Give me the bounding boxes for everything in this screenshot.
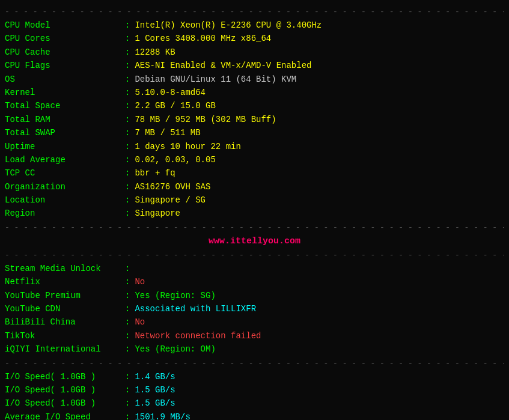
load-average-value: 0.02, 0.03, 0.05 bbox=[135, 153, 215, 166]
cpu-model-value: Intel(R) Xeon(R) E-2236 CPU @ 3.40GHz bbox=[135, 19, 322, 32]
youtube-cdn-value: Associated with LILLIXFR bbox=[135, 302, 256, 315]
cpu-cache-colon: : bbox=[125, 46, 130, 59]
bilibili-label: BiliBili China bbox=[5, 315, 125, 329]
mid-divider-2: - - - - - - - - - - - - - - - - - - - - … bbox=[5, 251, 504, 260]
io-divider-top: - - - - - - - - - - - - - - - - - - - - … bbox=[5, 359, 504, 368]
region-colon: : bbox=[125, 207, 130, 220]
organization-row: Organization : AS16276 OVH SAS bbox=[5, 180, 504, 193]
iqiyi-row: iQIYI International : Yes (Region: OM) bbox=[5, 342, 504, 356]
kernel-colon: : bbox=[125, 86, 130, 99]
bilibili-row: BiliBili China : No bbox=[5, 315, 504, 329]
organization-label: Organization bbox=[5, 180, 125, 193]
bilibili-value: No bbox=[135, 315, 145, 329]
kernel-row: Kernel : 5.10.0-8-amd64 bbox=[5, 86, 504, 99]
cpu-flags-value: AES-NI Enabled & VM-x/AMD-V Enabled bbox=[135, 59, 311, 72]
avg-io-speed-colon: : bbox=[125, 410, 130, 420]
total-swap-row: Total SWAP : 7 MB / 511 MB bbox=[5, 126, 504, 139]
total-space-value: 2.2 GB / 15.0 GB bbox=[135, 99, 215, 112]
location-value: Singapore / SG bbox=[135, 193, 206, 207]
total-space-row: Total Space : 2.2 GB / 15.0 GB bbox=[5, 99, 504, 112]
cpu-flags-label: CPU Flags bbox=[5, 59, 125, 72]
tcp-cc-colon: : bbox=[125, 166, 130, 180]
avg-io-speed-label: Average I/O Speed bbox=[5, 410, 125, 420]
io-speed-3-colon: : bbox=[125, 397, 130, 410]
cpu-cache-row: CPU Cache : 12288 KB bbox=[5, 46, 504, 59]
location-colon: : bbox=[125, 193, 130, 207]
cpu-flags-colon: : bbox=[125, 59, 130, 72]
io-speed-2-value: 1.5 GB/s bbox=[135, 383, 175, 397]
cpu-cores-value: 1 Cores 3408.000 MHz x86_64 bbox=[135, 32, 271, 45]
cpu-model-label: CPU Model bbox=[5, 19, 125, 32]
total-ram-colon: : bbox=[125, 113, 130, 126]
io-speed-1-colon: : bbox=[125, 370, 130, 383]
avg-io-speed-row: Average I/O Speed : 1501.9 MB/s bbox=[5, 410, 504, 420]
tcp-cc-value: bbr + fq bbox=[135, 166, 175, 180]
iqiyi-colon: : bbox=[125, 342, 130, 356]
io-speed-3-label: I/O Speed( 1.0GB ) bbox=[5, 397, 125, 410]
cpu-flags-row: CPU Flags : AES-NI Enabled & VM-x/AMD-V … bbox=[5, 59, 504, 72]
cpu-cores-label: CPU Cores bbox=[5, 32, 125, 45]
youtube-cdn-colon: : bbox=[125, 302, 130, 315]
organization-colon: : bbox=[125, 180, 130, 193]
io-speed-3-row: I/O Speed( 1.0GB ) : 1.5 GB/s bbox=[5, 397, 504, 410]
location-row: Location : Singapore / SG bbox=[5, 193, 504, 207]
iqiyi-label: iQIYI International bbox=[5, 342, 125, 356]
youtube-cdn-row: YouTube CDN : Associated with LILLIXFR bbox=[5, 302, 504, 315]
youtube-premium-label: YouTube Premium bbox=[5, 289, 125, 302]
total-ram-label: Total RAM bbox=[5, 113, 125, 126]
io-section: I/O Speed( 1.0GB ) : 1.4 GB/s I/O Speed(… bbox=[5, 370, 504, 420]
bilibili-colon: : bbox=[125, 315, 130, 329]
youtube-cdn-label: YouTube CDN bbox=[5, 302, 125, 315]
system-section: - - - - - - - - - - - - - - - - - - - - … bbox=[5, 7, 504, 221]
kernel-label: Kernel bbox=[5, 86, 125, 99]
youtube-premium-value: Yes (Region: SG) bbox=[135, 289, 215, 302]
netflix-label: Netflix bbox=[5, 275, 125, 288]
stream-media-colon: : bbox=[125, 262, 130, 275]
io-speed-1-row: I/O Speed( 1.0GB ) : 1.4 GB/s bbox=[5, 370, 504, 383]
location-label: Location bbox=[5, 193, 125, 207]
cpu-cache-value: 12288 KB bbox=[135, 46, 175, 59]
io-speed-2-colon: : bbox=[125, 383, 130, 397]
total-space-colon: : bbox=[125, 99, 130, 112]
io-speed-2-label: I/O Speed( 1.0GB ) bbox=[5, 383, 125, 397]
cpu-cores-row: CPU Cores : 1 Cores 3408.000 MHz x86_64 bbox=[5, 32, 504, 45]
top-divider: - - - - - - - - - - - - - - - - - - - - … bbox=[5, 7, 504, 16]
io-speed-1-label: I/O Speed( 1.0GB ) bbox=[5, 370, 125, 383]
mid-divider-1: - - - - - - - - - - - - - - - - - - - - … bbox=[5, 223, 504, 232]
netflix-colon: : bbox=[125, 275, 130, 288]
terminal-output: - - - - - - - - - - - - - - - - - - - - … bbox=[5, 7, 504, 420]
load-average-row: Load Average : 0.02, 0.03, 0.05 bbox=[5, 153, 504, 166]
os-row: OS : Debian GNU/Linux 11 (64 Bit) KVM bbox=[5, 73, 504, 86]
os-colon: : bbox=[125, 73, 130, 86]
uptime-colon: : bbox=[125, 140, 130, 153]
total-swap-value: 7 MB / 511 MB bbox=[135, 126, 200, 139]
total-ram-value: 78 MB / 952 MB (302 MB Buff) bbox=[135, 113, 276, 126]
uptime-value: 1 days 10 hour 22 min bbox=[135, 140, 240, 153]
load-average-colon: : bbox=[125, 153, 130, 166]
region-row: Region : Singapore bbox=[5, 207, 504, 220]
tiktok-label: TikTok bbox=[5, 329, 125, 342]
io-speed-1-value: 1.4 GB/s bbox=[135, 370, 175, 383]
cpu-model-colon: : bbox=[125, 19, 130, 32]
total-swap-colon: : bbox=[125, 126, 130, 139]
cpu-cores-colon: : bbox=[125, 32, 130, 45]
organization-value: AS16276 OVH SAS bbox=[135, 180, 210, 193]
load-average-label: Load Average bbox=[5, 153, 125, 166]
youtube-premium-row: YouTube Premium : Yes (Region: SG) bbox=[5, 289, 504, 302]
io-speed-2-row: I/O Speed( 1.0GB ) : 1.5 GB/s bbox=[5, 383, 504, 397]
kernel-value: 5.10.0-8-amd64 bbox=[135, 86, 206, 99]
cpu-cache-label: CPU Cache bbox=[5, 46, 125, 59]
netflix-row: Netflix : No bbox=[5, 275, 504, 288]
region-label: Region bbox=[5, 207, 125, 220]
youtube-premium-colon: : bbox=[125, 289, 130, 302]
os-value: Debian GNU/Linux 11 (64 Bit) KVM bbox=[135, 73, 296, 86]
uptime-label: Uptime bbox=[5, 140, 125, 153]
avg-io-speed-value: 1501.9 MB/s bbox=[135, 410, 190, 420]
os-label: OS bbox=[5, 73, 125, 86]
tiktok-value: Network connection failed bbox=[135, 329, 261, 342]
stream-media-label: Stream Media Unlock bbox=[5, 262, 125, 275]
iqiyi-value: Yes (Region: OM) bbox=[135, 342, 215, 356]
tcp-cc-row: TCP CC : bbr + fq bbox=[5, 166, 504, 180]
region-value: Singapore bbox=[135, 207, 180, 220]
tiktok-colon: : bbox=[125, 329, 130, 342]
